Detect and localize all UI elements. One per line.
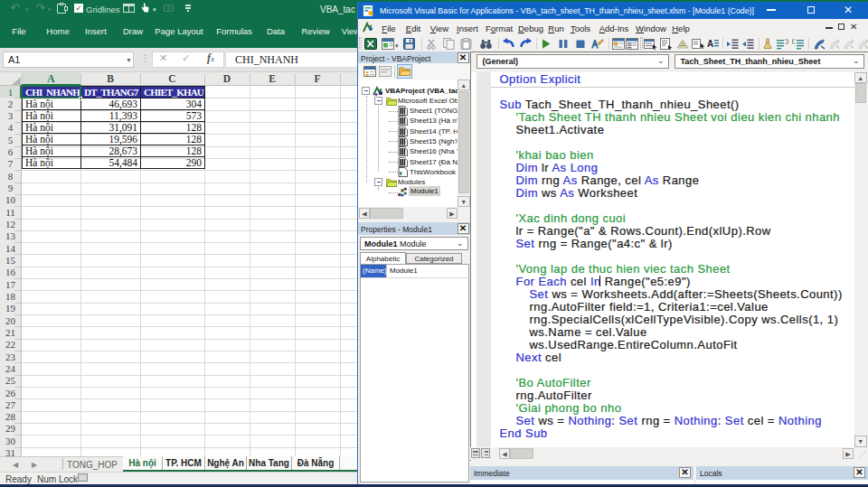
svg-text:A: A [707,39,713,49]
